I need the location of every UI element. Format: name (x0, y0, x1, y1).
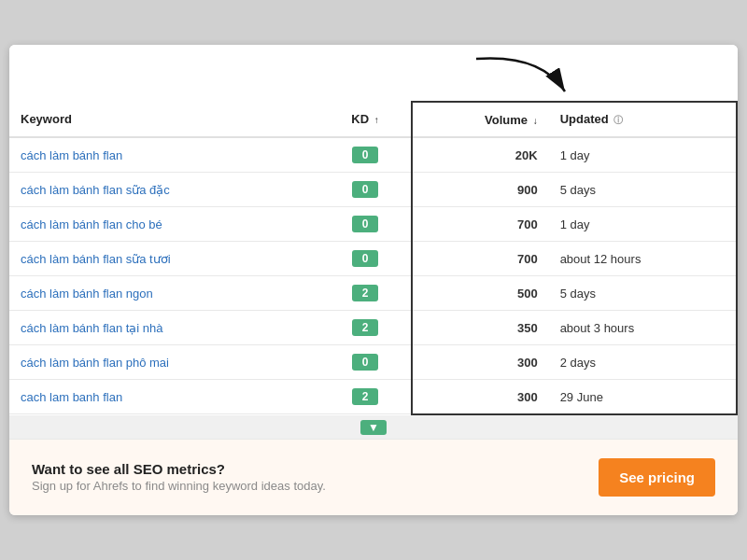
kd-cell: 2 (320, 311, 412, 345)
table-row: cách làm bánh flan tại nhà 2 350 about 3… (9, 311, 737, 345)
kd-cell: 0 (320, 345, 412, 380)
kd-cell: 0 (320, 173, 412, 207)
arrow-area (9, 45, 738, 101)
updated-cell: 1 day (549, 137, 737, 173)
keyword-cell[interactable]: cách làm bánh flan phô mai (9, 345, 320, 380)
more-rows-indicator: ▼ (9, 415, 738, 439)
see-pricing-button[interactable]: See pricing (599, 458, 715, 497)
keyword-cell[interactable]: cách làm bánh flan sữa tươi (9, 242, 320, 276)
table-row: cách làm bánh flan 0 20K 1 day (9, 137, 737, 173)
updated-cell: 5 days (549, 173, 737, 207)
table-row: cách làm bánh flan ngon 2 500 5 days (9, 276, 737, 311)
updated-cell: about 12 hours (549, 242, 737, 276)
keyword-cell[interactable]: cách làm bánh flan (9, 137, 320, 173)
table-row: cach lam banh flan 2 300 29 June (9, 380, 737, 414)
column-header-updated[interactable]: Updated ⓘ (549, 102, 737, 137)
table-row: cách làm bánh flan sữa tươi 0 700 about … (9, 242, 737, 276)
kd-badge: 0 (352, 216, 378, 232)
footer-sub-text: Sign up for Ahrefs to find winning keywo… (32, 479, 326, 493)
main-container: Keyword KD ↑ Volume ↓ Updated ⓘ (9, 45, 738, 515)
kd-sort-icon: ↑ (374, 115, 379, 125)
kd-badge: 2 (352, 285, 378, 301)
kd-badge: 2 (352, 388, 378, 405)
updated-cell: 29 June (549, 380, 737, 414)
updated-cell: 5 days (549, 276, 737, 311)
kd-badge: 0 (352, 147, 378, 163)
kd-cell: 0 (320, 207, 412, 242)
volume-cell: 900 (412, 173, 549, 207)
volume-cell: 300 (412, 380, 549, 414)
arrow-icon (467, 49, 579, 101)
updated-info-icon: ⓘ (613, 115, 623, 125)
more-badge: ▼ (360, 420, 387, 435)
updated-cell: 2 days (549, 345, 737, 380)
column-header-volume[interactable]: Volume ↓ (412, 102, 549, 137)
volume-cell: 700 (412, 207, 549, 242)
kd-badge: 0 (352, 354, 378, 371)
kd-cell: 0 (320, 137, 412, 173)
kd-cell: 0 (320, 242, 412, 276)
volume-sort-icon: ↓ (533, 116, 538, 126)
volume-cell: 350 (412, 311, 549, 345)
footer-main-text: Want to see all SEO metrics? (32, 461, 326, 477)
column-header-kd[interactable]: KD ↑ (320, 102, 412, 137)
keyword-table-wrapper: Keyword KD ↑ Volume ↓ Updated ⓘ (9, 101, 738, 439)
table-row: cách làm bánh flan sữa đặc 0 900 5 days (9, 173, 737, 207)
kd-badge: 2 (352, 319, 378, 336)
footer-text-block: Want to see all SEO metrics? Sign up for… (32, 461, 326, 493)
volume-cell: 20K (412, 137, 549, 173)
keyword-cell[interactable]: cách làm bánh flan ngon (9, 276, 320, 311)
keyword-cell[interactable]: cách làm bánh flan cho bé (9, 207, 320, 242)
kd-cell: 2 (320, 380, 412, 414)
kd-badge: 0 (352, 181, 378, 198)
updated-cell: 1 day (549, 207, 737, 242)
kd-badge: 0 (352, 250, 378, 267)
keyword-cell[interactable]: cách làm bánh flan tại nhà (9, 311, 320, 345)
keyword-table: Keyword KD ↑ Volume ↓ Updated ⓘ (9, 101, 738, 415)
updated-cell: about 3 hours (549, 311, 737, 345)
column-header-keyword: Keyword (9, 102, 320, 137)
table-row: cách làm bánh flan phô mai 0 300 2 days (9, 345, 737, 380)
table-row: cách làm bánh flan cho bé 0 700 1 day (9, 207, 737, 242)
kd-cell: 2 (320, 276, 412, 311)
keyword-cell[interactable]: cach lam banh flan (9, 380, 320, 414)
footer-cta: Want to see all SEO metrics? Sign up for… (9, 439, 738, 515)
keyword-cell[interactable]: cách làm bánh flan sữa đặc (9, 173, 320, 207)
volume-cell: 700 (412, 242, 549, 276)
volume-cell: 300 (412, 345, 549, 380)
volume-cell: 500 (412, 276, 549, 311)
